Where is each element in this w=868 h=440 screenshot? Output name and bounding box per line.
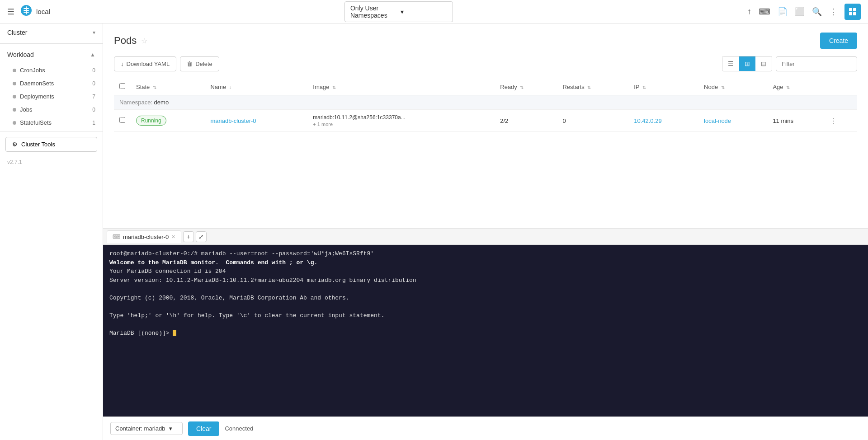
pods-title: Pods ☆ xyxy=(114,35,147,47)
delete-button[interactable]: 🗑 Delete xyxy=(180,56,219,71)
image-column-header[interactable]: Image ⇅ xyxy=(307,79,495,95)
cronjobs-dot-icon xyxy=(13,69,16,72)
brand-icon xyxy=(20,4,33,19)
expand-terminal-button[interactable]: ⤢ xyxy=(196,231,207,242)
table-body: Namespace: demo Running mariadb-cluster-… xyxy=(114,95,857,132)
sidebar-divider-2 xyxy=(0,131,103,131)
cluster-tools-button[interactable]: ⚙ Cluster Tools xyxy=(5,137,97,152)
namespace-chevron-icon: ▾ xyxy=(401,8,447,15)
sidebar-item-cronjobs[interactable]: CronJobs 0 xyxy=(0,64,103,77)
row-ip-cell: 10.42.0.29 xyxy=(628,110,698,132)
terminal-icon[interactable]: ⌨ xyxy=(759,7,770,17)
navbar-left: ☰ local xyxy=(7,4,50,19)
container-label: Container: mariadb xyxy=(115,425,165,432)
workload-section-label: Workload xyxy=(7,51,34,58)
row-name-cell: mariadb-cluster-0 xyxy=(205,110,307,132)
checkbox-header xyxy=(114,79,131,95)
filter-input[interactable] xyxy=(776,56,857,71)
cluster-tools-label: Cluster Tools xyxy=(21,141,55,148)
ip-column-header[interactable]: IP ⇅ xyxy=(628,79,698,95)
namespace-label-text: Namespace: xyxy=(119,99,154,106)
row-status-cell: Running xyxy=(131,110,205,132)
navbar-right: ↑ ⌨ 📄 ⬜ 🔍 ⋮ xyxy=(747,4,861,20)
age-column-header[interactable]: Age ⇅ xyxy=(767,79,824,95)
terminal-tab-label: mariadb-cluster-0 xyxy=(123,234,169,240)
terminal-tab-icon: ⌨ xyxy=(113,234,120,240)
view-toggle: ☰ ⊞ ⊟ xyxy=(722,56,772,71)
svg-rect-2 xyxy=(849,12,852,15)
delete-label: Delete xyxy=(195,61,212,67)
ip-link[interactable]: 10.42.0.29 xyxy=(634,117,661,124)
state-column-header[interactable]: State ⇅ xyxy=(131,79,205,95)
terminal-body[interactable]: root@mariadb-cluster-0:/# mariadb --user… xyxy=(103,245,868,417)
create-button[interactable]: Create xyxy=(820,33,857,49)
brand-name: local xyxy=(36,8,50,15)
card-view-button[interactable]: ⊞ xyxy=(739,56,755,71)
deployments-dot-icon xyxy=(13,95,16,98)
namespace-cell: Namespace: demo xyxy=(114,95,857,110)
actions-column-header xyxy=(824,79,857,95)
terminal-close-icon[interactable]: ✕ xyxy=(171,234,175,240)
state-sort-icon: ⇅ xyxy=(153,85,156,90)
star-icon[interactable]: ☆ xyxy=(141,37,147,45)
ready-column-header[interactable]: Ready ⇅ xyxy=(495,79,557,95)
new-terminal-button[interactable]: + xyxy=(183,231,194,242)
sidebar-item-jobs[interactable]: Jobs 0 xyxy=(0,103,103,116)
deployments-count: 7 xyxy=(92,94,95,100)
user-avatar[interactable] xyxy=(844,4,861,20)
daemonsets-label: DaemonSets xyxy=(20,80,54,87)
clear-button[interactable]: Clear xyxy=(188,421,219,436)
more-options-icon[interactable]: ⋮ xyxy=(829,7,837,17)
pods-header: Pods ☆ Create xyxy=(114,33,857,49)
table-view-button[interactable]: ⊟ xyxy=(755,56,772,71)
svg-rect-3 xyxy=(853,12,856,15)
restarts-column-header[interactable]: Restarts ⇅ xyxy=(557,79,628,95)
sidebar-item-statefulsets[interactable]: StatefulSets 1 xyxy=(0,116,103,129)
search-icon[interactable]: 🔍 xyxy=(812,7,822,17)
navbar: ☰ local Only User Namespaces ▾ ↑ ⌨ 📄 ⬜ 🔍… xyxy=(0,0,868,23)
download-yaml-button[interactable]: ↓ Download YAML xyxy=(114,56,176,71)
connected-status: Connected xyxy=(225,425,253,432)
download-icon: ↓ xyxy=(121,61,124,67)
row-more-icon[interactable]: ⋮ xyxy=(830,117,837,125)
version-label: v2.7.1 xyxy=(0,155,103,169)
sidebar-item-deployments[interactable]: Deployments 7 xyxy=(0,90,103,103)
display-icon[interactable]: ⬜ xyxy=(795,7,805,17)
sidebar-item-daemonsets[interactable]: DaemonSets 0 xyxy=(0,77,103,90)
brand-logo: local xyxy=(20,4,50,19)
jobs-dot-icon xyxy=(13,108,16,112)
statefulsets-count: 1 xyxy=(92,120,95,126)
node-column-header[interactable]: Node ⇅ xyxy=(698,79,767,95)
hamburger-icon[interactable]: ☰ xyxy=(7,7,14,17)
name-sort-icon: ↓ xyxy=(229,85,231,90)
main-layout: Cluster ▾ Workload ▲ CronJobs 0 DaemonSe… xyxy=(0,23,868,440)
row-checkbox[interactable] xyxy=(119,117,125,123)
svg-rect-0 xyxy=(849,8,852,11)
namespace-selector-text: Only User Namespaces xyxy=(350,5,397,19)
row-restarts-cell: 0 xyxy=(557,110,628,132)
list-view-button[interactable]: ☰ xyxy=(722,56,739,71)
table-header: State ⇅ Name ↓ Image ⇅ Ready xyxy=(114,79,857,95)
cluster-section-label: Cluster xyxy=(7,29,27,36)
age-sort-icon: ⇅ xyxy=(786,85,790,90)
node-sort-icon: ⇅ xyxy=(721,85,725,90)
namespace-value: demo xyxy=(154,99,169,106)
row-ready-cell: 2/2 xyxy=(495,110,557,132)
restarts-sort-icon: ⇅ xyxy=(587,85,591,90)
document-icon[interactable]: 📄 xyxy=(778,7,788,17)
upload-icon[interactable]: ↑ xyxy=(747,7,751,16)
terminal-tab[interactable]: ⌨ mariadb-cluster-0 ✕ xyxy=(107,230,181,243)
row-actions-cell: ⋮ xyxy=(824,110,857,132)
name-column-header[interactable]: Name ↓ xyxy=(205,79,307,95)
select-all-checkbox[interactable] xyxy=(119,83,125,89)
namespace-selector[interactable]: Only User Namespaces ▾ xyxy=(344,1,453,22)
statefulsets-label: StatefulSets xyxy=(20,119,52,126)
container-selector[interactable]: Container: mariadb ▾ xyxy=(110,422,183,435)
sidebar-cluster-section[interactable]: Cluster ▾ xyxy=(0,23,103,42)
pod-name-link[interactable]: mariadb-cluster-0 xyxy=(210,117,256,124)
node-link[interactable]: local-node xyxy=(704,117,731,124)
table-row: Running mariadb-cluster-0 mariadb:10.11.… xyxy=(114,110,857,132)
sidebar-workload-section[interactable]: Workload ▲ xyxy=(0,46,103,64)
jobs-count: 0 xyxy=(92,107,95,113)
terminal-tabs: ⌨ mariadb-cluster-0 ✕ + ⤢ xyxy=(103,229,868,245)
